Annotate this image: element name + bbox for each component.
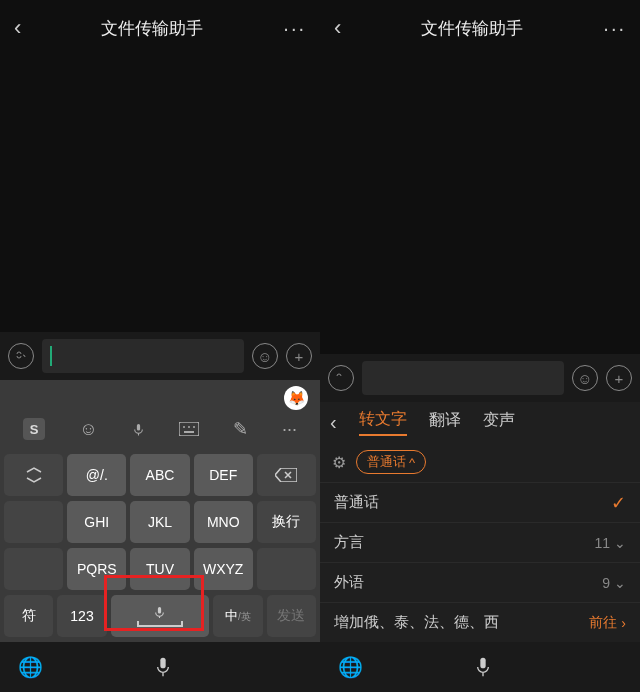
lang-label: 外语 [334,573,364,592]
kb-key-newline[interactable]: 换行 [257,501,316,543]
emoji-icon[interactable]: ☺ [572,365,598,391]
lang-label: 方言 [334,533,364,552]
mic-toolbar-icon[interactable] [132,423,145,436]
kb-key-jkl[interactable]: JKL [130,501,189,543]
bottom-bar: 🌐 [0,642,320,692]
message-input-row: ☺ + [320,354,640,402]
globe-icon[interactable]: 🌐 [338,655,363,679]
right-screenshot: ‹ 文件传输助手 ··· ☺ + ‹ 转文字 翻译 变声 ⚙ 普通话^ 普通话✓… [320,0,640,692]
svg-rect-1 [179,422,199,436]
chat-area [320,56,640,354]
sogou-logo-icon[interactable]: S [23,418,45,440]
more-icon[interactable]: ··· [283,17,306,40]
kb-key-lang[interactable]: 中/英 [213,595,262,637]
lang-count: 11 [594,535,610,551]
kb-key-abc[interactable]: ABC [130,454,189,496]
toggle-icon [24,466,44,484]
message-input-row: ☺ + [0,332,320,380]
more-toolbar-icon[interactable]: ··· [282,419,297,440]
chevron-up-icon: ^ [409,455,415,470]
svg-point-4 [193,426,195,428]
keyboard-toolbar-icon[interactable] [179,422,199,436]
lang-row[interactable]: 方言11⌄ [320,522,640,562]
svg-rect-8 [480,658,485,669]
svg-rect-0 [137,424,140,431]
text-input[interactable] [42,339,244,373]
globe-icon[interactable]: 🌐 [18,655,43,679]
chat-header: ‹ 文件传输助手 ··· [320,0,640,56]
kb-key-send[interactable]: 发送 [267,595,316,637]
kb-key-def[interactable]: DEF [194,454,253,496]
svg-point-3 [188,426,190,428]
kb-key-at[interactable]: @/. [67,454,126,496]
back-icon[interactable]: ‹ [334,15,341,41]
highlight-box-space [104,575,204,631]
lang-row[interactable]: 外语9⌄ [320,562,640,602]
voice-tabs: ‹ 转文字 翻译 变声 [320,402,640,442]
kb-key-numbers[interactable]: 123 [57,595,106,637]
bottom-bar: 🌐 [320,642,640,692]
left-screenshot: ‹ 文件传输助手 ··· ☺ + 🦊 S ☺ ✎ ··· @/.ABC [0,0,320,692]
gear-icon[interactable]: ⚙ [332,453,346,472]
tab-to-text[interactable]: 转文字 [359,409,407,436]
svg-rect-5 [184,431,194,433]
kb-key-toggle[interactable] [4,454,63,496]
mic-button[interactable] [143,647,183,687]
emoji-icon[interactable]: ☺ [252,343,278,369]
svg-point-2 [183,426,185,428]
kb-key-mno[interactable]: MNO [194,501,253,543]
kb-key-backspace[interactable] [257,454,316,496]
handwriting-icon[interactable]: ✎ [233,418,248,440]
chevron-down-icon: ⌄ [614,535,626,551]
text-cursor [50,346,52,366]
chat-header: ‹ 文件传输助手 ··· [0,0,320,56]
chat-area [0,56,320,332]
plus-icon[interactable]: + [606,365,632,391]
svg-rect-7 [160,658,165,669]
back-icon[interactable]: ‹ [14,15,21,41]
language-pill[interactable]: 普通话^ [356,450,426,474]
lang-label: 普通话 [334,493,379,512]
goto-link[interactable]: 前往 [589,614,617,632]
mic-button[interactable] [463,647,503,687]
voice-icon[interactable] [328,365,354,391]
lang-label: 增加俄、泰、法、德、西 [334,613,499,632]
more-icon[interactable]: ··· [603,17,626,40]
kb-key-blank[interactable] [4,548,63,590]
lang-count: 9 [602,575,610,591]
kb-key-ghi[interactable]: GHI [67,501,126,543]
backspace-icon [275,468,297,482]
emoji-toolbar-icon[interactable]: ☺ [79,419,97,440]
text-input[interactable] [362,361,564,395]
tabs-back-icon[interactable]: ‹ [330,411,337,434]
kb-key-back[interactable] [4,501,63,543]
lang-row[interactable]: 增加俄、泰、法、德、西前往 › [320,602,640,642]
kb-key-symbols[interactable]: 符 [4,595,53,637]
check-icon: ✓ [611,492,626,514]
tab-voice-change[interactable]: 变声 [483,410,515,435]
voice-icon[interactable] [8,343,34,369]
chat-title: 文件传输助手 [421,17,523,40]
mascot-icon[interactable]: 🦊 [284,386,308,410]
kb-toolbar: S ☺ ✎ ··· [0,410,320,448]
chevron-down-icon: ⌄ [614,575,626,591]
settings-row: ⚙ 普通话^ [320,442,640,482]
language-list: 普通话✓方言11⌄外语9⌄增加俄、泰、法、德、西前往 › [320,482,640,642]
plus-icon[interactable]: + [286,343,312,369]
tab-translate[interactable]: 翻译 [429,410,461,435]
chevron-right-icon: › [621,615,626,631]
kb-key-blank2[interactable] [257,548,316,590]
lang-row[interactable]: 普通话✓ [320,482,640,522]
chat-title: 文件传输助手 [101,17,203,40]
